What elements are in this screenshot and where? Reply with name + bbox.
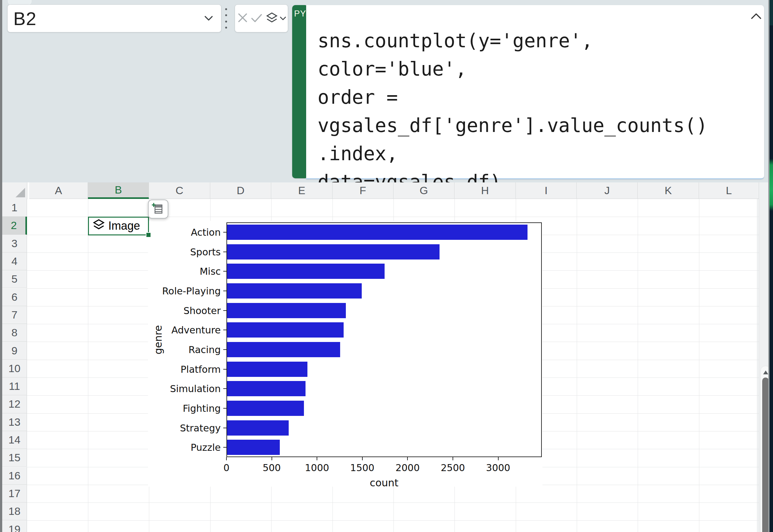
dot bbox=[225, 27, 227, 29]
column-header-f[interactable]: F bbox=[333, 182, 393, 199]
column-header-d[interactable]: D bbox=[210, 182, 271, 199]
collapse-formula-bar-icon[interactable] bbox=[749, 11, 764, 24]
row-header-2[interactable]: 2 bbox=[2, 217, 27, 234]
y-tick-label: Simulation bbox=[148, 383, 221, 394]
dot bbox=[225, 21, 227, 23]
column-header-b[interactable]: B bbox=[88, 182, 149, 199]
gridline bbox=[88, 199, 88, 532]
python-language-badge: PY bbox=[292, 5, 308, 178]
y-tick bbox=[223, 349, 227, 350]
gridline bbox=[27, 520, 759, 521]
y-tick bbox=[223, 447, 227, 448]
row-header-18[interactable]: 18 bbox=[2, 502, 27, 520]
chart-bar-strategy bbox=[227, 420, 289, 436]
x-tick-label: 2500 bbox=[441, 462, 465, 473]
x-tick bbox=[317, 457, 317, 460]
gridline bbox=[27, 502, 759, 503]
chevron-down-icon[interactable] bbox=[203, 14, 214, 23]
y-tick-label: Action bbox=[148, 227, 221, 238]
column-header-c[interactable]: C bbox=[149, 182, 210, 199]
row-header-9[interactable]: 9 bbox=[2, 342, 27, 359]
y-tick bbox=[223, 369, 227, 370]
embedded-chart-image[interactable]: genre ActionSportsMiscRole-PlayingShoote… bbox=[148, 221, 542, 487]
y-tick-label: Fighting bbox=[148, 403, 221, 414]
row-header-4[interactable]: 4 bbox=[2, 253, 27, 270]
chart-bar-misc bbox=[227, 264, 385, 279]
formula-input[interactable]: sns.countplot(y='genre', color='blue', o… bbox=[306, 5, 764, 179]
select-all-corner[interactable] bbox=[2, 182, 27, 199]
y-tick bbox=[223, 310, 227, 311]
column-header-e[interactable]: E bbox=[271, 182, 333, 199]
column-header-k[interactable]: K bbox=[638, 182, 699, 199]
formula-bar-drag-handle[interactable] bbox=[225, 8, 228, 29]
chart-bar-role-playing bbox=[227, 283, 362, 299]
x-tick-label: 2000 bbox=[395, 462, 420, 473]
corner-triangle bbox=[16, 188, 25, 197]
y-tick-label: Puzzle bbox=[148, 442, 221, 453]
x-tick bbox=[453, 457, 453, 460]
y-tick-label: Racing bbox=[148, 344, 221, 355]
gridline bbox=[577, 199, 577, 532]
desktop-background-strip bbox=[770, 0, 773, 532]
chart-x-axis-label: count bbox=[370, 477, 398, 489]
row-header-14[interactable]: 14 bbox=[2, 431, 27, 449]
dot bbox=[225, 14, 227, 16]
y-tick bbox=[223, 408, 227, 409]
chart-bar-sports bbox=[227, 244, 439, 259]
x-tick-label: 1500 bbox=[350, 462, 374, 473]
row-header-10[interactable]: 10 bbox=[2, 360, 27, 378]
cell-selection-border bbox=[88, 217, 149, 235]
chart-bar-adventure bbox=[227, 322, 344, 338]
row-header-19[interactable]: 19 bbox=[2, 520, 27, 532]
scroll-up-icon[interactable] bbox=[763, 371, 768, 374]
column-header-i[interactable]: I bbox=[516, 182, 577, 199]
row-header-7[interactable]: 7 bbox=[2, 306, 27, 324]
x-tick bbox=[272, 457, 272, 460]
x-tick-label: 0 bbox=[223, 462, 229, 473]
column-header-l[interactable]: L bbox=[699, 182, 759, 199]
cell-reference: B2 bbox=[8, 8, 36, 29]
x-tick bbox=[362, 457, 363, 460]
excel-window: B2 bbox=[0, 0, 773, 532]
row-header-1[interactable]: 1 bbox=[2, 199, 27, 217]
y-tick-label: Strategy bbox=[148, 422, 221, 433]
scrollbar-thumb[interactable] bbox=[762, 378, 769, 532]
enter-check-icon[interactable] bbox=[250, 11, 263, 25]
column-header-g[interactable]: G bbox=[393, 182, 454, 199]
fill-handle[interactable] bbox=[146, 232, 151, 238]
x-tick-label: 1000 bbox=[305, 462, 329, 473]
row-header-17[interactable]: 17 bbox=[2, 485, 27, 502]
cancel-icon[interactable] bbox=[236, 11, 249, 25]
chart-bar-puzzle bbox=[227, 440, 280, 455]
row-header-5[interactable]: 5 bbox=[2, 270, 27, 288]
gridline bbox=[759, 199, 759, 532]
row-header-16[interactable]: 16 bbox=[2, 467, 27, 485]
show-data-card-button[interactable] bbox=[148, 200, 168, 219]
y-tick bbox=[223, 330, 227, 330]
row-header-15[interactable]: 15 bbox=[2, 449, 27, 467]
row-header-13[interactable]: 13 bbox=[2, 413, 27, 431]
column-header-a[interactable]: A bbox=[29, 182, 88, 199]
layers-icon[interactable] bbox=[265, 11, 287, 26]
window-left-edge bbox=[0, 0, 2, 532]
row-header-8[interactable]: 8 bbox=[2, 324, 27, 342]
chart-bar-shooter bbox=[227, 303, 346, 318]
row-header-3[interactable]: 3 bbox=[2, 235, 27, 253]
chart-bar-platform bbox=[227, 362, 307, 377]
y-tick bbox=[223, 271, 227, 272]
column-header-j[interactable]: J bbox=[577, 182, 638, 199]
row-header-6[interactable]: 6 bbox=[2, 288, 27, 306]
gridline bbox=[699, 199, 699, 532]
x-tick-label: 500 bbox=[263, 462, 281, 473]
python-badge-label: PY bbox=[292, 9, 308, 19]
chart-bar-fighting bbox=[227, 401, 304, 416]
x-tick bbox=[407, 457, 408, 460]
row-header-12[interactable]: 12 bbox=[2, 395, 27, 413]
chart-bar-simulation bbox=[227, 381, 306, 396]
y-tick-label: Adventure bbox=[148, 325, 221, 336]
name-box[interactable]: B2 bbox=[7, 4, 221, 32]
row-header-11[interactable]: 11 bbox=[2, 378, 27, 395]
column-header-h[interactable]: H bbox=[454, 182, 516, 199]
spreadsheet-grid[interactable]: ABCDEFGHIJKL 123456789101112131415161718… bbox=[2, 182, 770, 532]
x-tick-label: 3000 bbox=[486, 462, 510, 473]
